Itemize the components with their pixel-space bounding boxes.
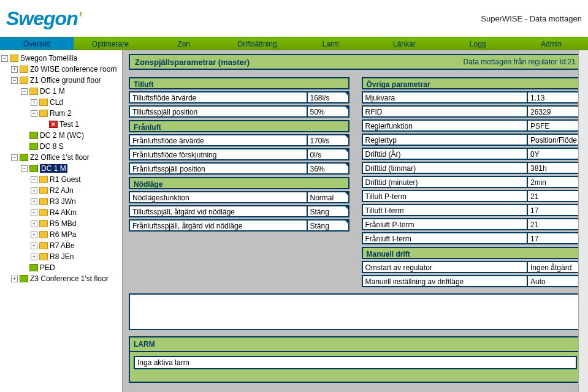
expand-icon[interactable]: + (31, 243, 37, 249)
nav-driftsättning[interactable]: Driftsättning (221, 37, 294, 50)
param-value[interactable]: 17 (528, 204, 582, 216)
tree-label[interactable]: Z2 Office 1'st floor (30, 153, 90, 162)
param-row: Manuell inställning av driftlägeAuto (362, 275, 582, 287)
collapse-icon[interactable]: − (21, 165, 28, 172)
tree-node[interactable]: ✕Test 1 (1, 119, 121, 130)
tree-node[interactable]: PED (1, 262, 121, 273)
nav-logg[interactable]: Logg (441, 37, 514, 50)
tree-label[interactable]: DC 8 S (40, 142, 64, 151)
param-value[interactable]: Stäng (308, 219, 349, 232)
expand-icon[interactable]: + (31, 176, 37, 183)
tree-label[interactable]: DC 1 M (40, 164, 67, 173)
expand-icon[interactable]: + (31, 209, 37, 216)
param-value[interactable]: Normal (308, 191, 349, 203)
nav-larm[interactable]: Larm (294, 37, 368, 50)
tree-label[interactable]: R4 AKm (50, 208, 77, 217)
tree-node[interactable]: −Swegon Tomelilla (1, 53, 121, 64)
param-value[interactable]: 381h (528, 162, 582, 174)
tree-label[interactable]: Z0 WISE conference room (30, 65, 116, 74)
tree-label[interactable]: Test 1 (59, 120, 79, 129)
tree-node[interactable]: −DC 1 M (1, 163, 121, 174)
nav-admin[interactable]: Admin (514, 37, 588, 50)
tree-node[interactable]: +CLd (1, 97, 121, 108)
param-value[interactable]: 21 (528, 190, 582, 202)
tree-label[interactable]: DC 1 M (40, 87, 65, 96)
sidebar-tree[interactable]: −Swegon Tomelilla+Z0 WISE conference roo… (0, 50, 123, 392)
tree-label[interactable]: R7 ABe (50, 241, 75, 250)
nav-zon[interactable]: Zon (147, 37, 221, 50)
nav-länkar[interactable]: Länkar (367, 37, 441, 50)
param-value[interactable]: 36% (308, 162, 349, 175)
param-row: Frånluftsspjäll position36% (129, 162, 349, 175)
tree-label[interactable]: R3 JWn (50, 197, 76, 206)
param-value[interactable]: 50% (308, 105, 349, 118)
tree-node[interactable]: −DC 1 M (1, 86, 121, 97)
tree-node[interactable]: +Z3 Conference 1'st floor (1, 273, 121, 284)
expand-icon[interactable]: + (31, 187, 37, 194)
param-label: Frånluft P-term (362, 218, 529, 230)
collapse-icon[interactable]: − (11, 154, 18, 161)
tree-label[interactable]: R6 MPa (50, 230, 76, 239)
tree-label[interactable]: R2 AJn (50, 186, 74, 195)
tree-node[interactable]: +R1 Guest (1, 174, 121, 185)
tree-label[interactable]: R8 JEn (50, 252, 74, 261)
nav-översikt[interactable]: Översikt (0, 37, 74, 50)
expand-icon[interactable]: + (11, 66, 18, 73)
expand-icon[interactable]: + (31, 99, 37, 106)
folder-icon (39, 231, 48, 238)
param-value[interactable]: Position/Flöde (528, 134, 582, 146)
logo-text: Swegon (6, 7, 78, 30)
tree-node[interactable]: +R8 JEn (1, 251, 121, 262)
tree-node[interactable]: DC 8 S (1, 141, 121, 152)
scrollbar[interactable] (578, 50, 588, 392)
tree-label[interactable]: PED (40, 263, 55, 272)
tree-node[interactable]: +R3 JWn (1, 196, 121, 207)
expand-icon[interactable]: + (31, 198, 37, 205)
expand-icon[interactable]: + (31, 232, 37, 238)
tree-label[interactable]: CLd (50, 98, 63, 107)
collapse-icon[interactable]: − (11, 77, 18, 84)
logo-accent-icon: ′ (79, 9, 82, 28)
collapse-icon[interactable]: − (1, 55, 8, 62)
tree-label[interactable]: Z1 Office ground floor (30, 76, 101, 85)
tree-label[interactable]: Rum 2 (50, 109, 71, 118)
param-value[interactable]: 0l/s (308, 148, 349, 160)
param-label: Drifttid (År) (362, 148, 529, 160)
param-row: Tilluft I-term17 (362, 204, 582, 216)
param-value[interactable]: 0Y (528, 148, 582, 160)
tree-node[interactable]: +R7 ABe (1, 240, 121, 251)
tree-label[interactable]: Z3 Conference 1'st floor (30, 274, 109, 283)
param-value[interactable]: 168l/s (308, 91, 349, 104)
red-icon: ✕ (49, 121, 58, 128)
tree-node[interactable]: +Z0 WISE conference room (1, 64, 121, 75)
param-value[interactable]: Ingen åtgärd (528, 261, 582, 273)
tree-node[interactable]: +R5 MBd (1, 218, 121, 229)
tree-node[interactable]: DC 2 M (WC) (1, 130, 121, 141)
param-value[interactable]: 170l/s (308, 134, 349, 146)
tree-label[interactable]: R1 Guest (50, 175, 81, 184)
param-value[interactable]: 21 (528, 218, 582, 230)
tree-node[interactable]: −Z1 Office ground floor (1, 75, 121, 86)
param-value[interactable]: 17 (528, 232, 582, 244)
param-value[interactable]: PSFE (528, 119, 582, 132)
tree-node[interactable]: −Rum 2 (1, 108, 121, 119)
tree-node[interactable]: +R4 AKm (1, 207, 121, 218)
param-value[interactable]: Stäng (308, 205, 349, 217)
collapse-icon[interactable]: − (21, 88, 28, 95)
tree-label[interactable]: DC 2 M (WC) (40, 131, 84, 140)
tree-label[interactable]: R5 MBd (50, 219, 76, 228)
param-label: Tilluftsspjäll, åtgärd vid nödläge (129, 205, 308, 217)
expand-icon[interactable]: + (31, 221, 37, 227)
param-value[interactable]: Auto (528, 275, 582, 287)
nav-optimerare[interactable]: Optimerare (74, 37, 147, 50)
param-value[interactable]: 2min (528, 176, 582, 188)
tree-node[interactable]: +R2 AJn (1, 185, 121, 196)
expand-icon[interactable]: + (31, 254, 37, 260)
param-value[interactable]: 1.13 (528, 91, 582, 104)
tree-node[interactable]: −Z2 Office 1'st floor (1, 152, 121, 163)
tree-label[interactable]: Swegon Tomelilla (20, 54, 77, 62)
param-value[interactable]: 26329 (528, 105, 582, 118)
expand-icon[interactable]: + (11, 276, 18, 282)
collapse-icon[interactable]: − (31, 110, 37, 117)
tree-node[interactable]: +R6 MPa (1, 229, 121, 240)
